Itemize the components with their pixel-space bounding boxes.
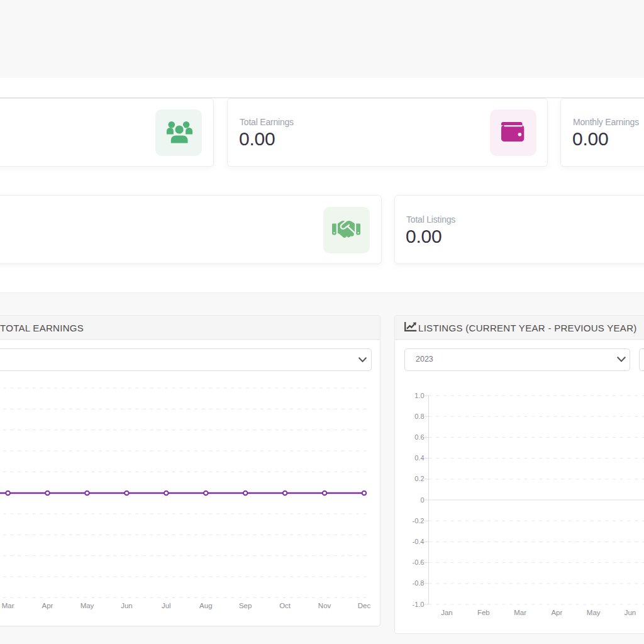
svg-text:0.8: 0.8 (414, 413, 424, 420)
svg-text:Mar: Mar (514, 609, 526, 616)
svg-text:-0.8: -0.8 (413, 579, 425, 587)
svg-text:May: May (80, 602, 94, 609)
svg-text:Apr: Apr (551, 609, 562, 616)
svg-text:Jan: Jan (441, 609, 453, 616)
svg-text:0.4: 0.4 (414, 454, 424, 462)
svg-text:-1.0: -1.0 (413, 601, 425, 608)
svg-text:Jun: Jun (625, 609, 636, 616)
svg-text:-0.2: -0.2 (413, 517, 425, 525)
svg-text:1.0: 1.0 (414, 392, 424, 399)
svg-text:Apr: Apr (42, 602, 53, 609)
svg-text:-0.4: -0.4 (413, 538, 425, 545)
svg-text:0: 0 (420, 496, 424, 504)
svg-text:Feb: Feb (477, 609, 490, 616)
svg-text:Sep: Sep (239, 602, 252, 609)
svg-text:Dec: Dec (358, 602, 371, 609)
svg-text:0.2: 0.2 (414, 475, 424, 482)
svg-text:Mar: Mar (2, 602, 14, 609)
svg-text:-0.6: -0.6 (413, 558, 425, 566)
svg-text:Nov: Nov (318, 602, 331, 609)
svg-text:May: May (587, 609, 601, 616)
svg-text:Jul: Jul (162, 602, 171, 609)
svg-text:0.6: 0.6 (414, 433, 424, 441)
svg-text:Aug: Aug (199, 602, 212, 609)
svg-text:Oct: Oct (279, 602, 291, 609)
svg-text:Jun: Jun (121, 602, 133, 609)
